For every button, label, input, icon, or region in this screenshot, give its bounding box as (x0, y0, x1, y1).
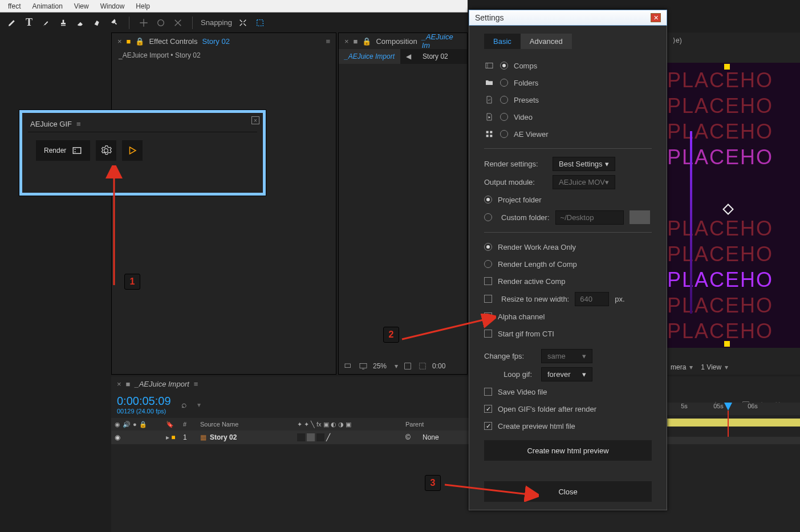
menu-animation[interactable]: Animation (26, 1, 68, 11)
save-video-label[interactable]: Save Video file (498, 388, 547, 396)
switch-cell[interactable] (307, 433, 315, 441)
snap-expand-icon[interactable] (237, 17, 249, 29)
axis-view-icon[interactable] (172, 17, 184, 29)
type-folders[interactable]: Folders (514, 79, 538, 87)
close-button[interactable]: Close (484, 481, 652, 502)
check-save-video[interactable] (484, 388, 492, 396)
lock-icon[interactable]: 🔒 (362, 37, 371, 46)
create-preview-button[interactable]: Create new html preview (484, 440, 652, 461)
play-button[interactable] (122, 140, 143, 161)
check-alpha[interactable] (484, 312, 492, 320)
radio-work-area[interactable] (484, 243, 492, 251)
render-active-label[interactable]: Render active Comp (498, 277, 566, 286)
loop-gif-select[interactable]: forever▾ (541, 367, 592, 381)
camera-label[interactable]: mera (671, 363, 686, 371)
radio-project-folder[interactable] (484, 196, 492, 204)
tab-basic[interactable]: Basic (484, 34, 521, 49)
viewer-tab[interactable]: ⟩e) (667, 33, 800, 48)
menu-view[interactable]: View (68, 1, 95, 11)
radio-presets[interactable] (500, 96, 508, 104)
handle-icon[interactable] (724, 341, 730, 347)
dialog-titlebar[interactable]: Settings ✕ (469, 10, 667, 26)
dropdown-icon[interactable]: ▾ (689, 363, 693, 371)
panel-menu-icon[interactable]: ≡ (326, 37, 330, 46)
close-tab-icon[interactable]: × (117, 37, 122, 46)
radio-video[interactable] (500, 113, 508, 121)
type-video[interactable]: Video (514, 113, 533, 121)
output-module-select[interactable]: AEJuice MOV▾ (553, 175, 615, 189)
radio-comp-length[interactable] (484, 260, 492, 268)
view-count[interactable]: 1 View (701, 363, 721, 371)
settings-button[interactable] (96, 140, 116, 161)
type-comps[interactable]: Comps (514, 62, 537, 70)
search-icon[interactable]: ⌕ (181, 400, 187, 410)
comp-tab-other[interactable]: Story 02 (417, 49, 454, 64)
render-length-label[interactable]: Render Length of Comp (498, 260, 577, 269)
type-aeviewer[interactable]: AE Viewer (514, 130, 548, 139)
eraser-tool-icon[interactable] (74, 17, 87, 29)
panel-close-icon[interactable]: × (251, 116, 259, 124)
timeline-tab[interactable]: _AEJuice Import (135, 380, 189, 388)
switch-cell[interactable] (316, 433, 324, 441)
col-parent[interactable]: Parent (402, 421, 436, 428)
close-icon[interactable]: ✕ (651, 13, 661, 22)
radio-aeviewer[interactable] (500, 130, 508, 138)
row-name[interactable]: Story 02 (210, 433, 237, 441)
eye-toggle[interactable]: ◉ (115, 433, 120, 441)
change-fps-select[interactable]: same▾ (541, 349, 592, 363)
dropdown-icon[interactable]: ▾ (725, 363, 728, 371)
close-tab-icon[interactable]: × (117, 380, 121, 388)
menu-help[interactable]: Help (130, 1, 156, 11)
check-open-folder[interactable] (484, 405, 492, 413)
check-cti[interactable] (484, 330, 492, 338)
axis-world-icon[interactable] (155, 17, 167, 29)
render-button[interactable]: Render (36, 140, 90, 161)
pen-tool-icon[interactable] (6, 17, 18, 29)
type-presets[interactable]: Presets (514, 96, 539, 104)
comp-tab-active[interactable]: _AEJuice Import (339, 49, 400, 64)
cti-label[interactable]: Start gif from CTI (498, 330, 554, 338)
dropdown-icon[interactable]: ▾ (395, 362, 398, 370)
type-tool-icon[interactable]: T (23, 17, 35, 29)
panel-menu-icon[interactable]: ≡ (194, 380, 198, 388)
twirl-icon[interactable]: ▸ (166, 433, 169, 441)
panel-item[interactable]: _AEJuice Im (422, 33, 461, 50)
lock-icon[interactable]: 🔒 (135, 37, 144, 46)
render-work-area-label[interactable]: Render Work Area Only (498, 243, 576, 251)
pickwhip-icon[interactable]: © (405, 433, 411, 441)
zoom-value[interactable]: 25% (373, 362, 387, 370)
display-icon[interactable] (358, 361, 368, 371)
menu-effect[interactable]: ffect (2, 1, 26, 11)
col-source[interactable]: Source Name (197, 421, 294, 428)
custom-folder-input[interactable]: ~/Desktop (555, 210, 624, 225)
check-resize[interactable] (484, 295, 492, 303)
playhead[interactable] (724, 403, 732, 437)
radio-folders[interactable] (500, 79, 508, 87)
stamp-tool-icon[interactable] (57, 17, 70, 29)
roto-tool-icon[interactable] (91, 17, 104, 29)
check-active-comp[interactable] (484, 277, 492, 285)
comp-tab-nav-back-icon[interactable]: ◀ (400, 49, 417, 64)
dropdown-icon[interactable]: ▾ (197, 401, 201, 409)
anchor-icon[interactable] (722, 204, 734, 215)
project-folder-label[interactable]: Project folder (498, 196, 542, 204)
resolution-icon[interactable] (403, 361, 413, 371)
panel-menu-icon[interactable]: ≡ (76, 120, 81, 128)
open-folder-label[interactable]: Open GIF's folder after render (498, 405, 596, 413)
radio-comps[interactable] (500, 62, 508, 70)
close-tab-icon[interactable]: × (344, 37, 349, 46)
col-number[interactable]: # (180, 421, 197, 428)
axis-local-icon[interactable] (137, 17, 150, 29)
panel-item[interactable]: Story 02 (202, 37, 229, 46)
switch-cell[interactable] (297, 433, 305, 441)
timecode[interactable]: 0:00:05:09 (117, 395, 171, 408)
alpha-label[interactable]: Alpha channel (498, 312, 545, 321)
time-ruler[interactable]: 5s 05s 06s (667, 403, 800, 415)
render-settings-select[interactable]: Best Settings▾ (553, 157, 615, 171)
browse-button[interactable] (630, 210, 650, 224)
create-preview-label[interactable]: Create preview html file (498, 422, 575, 431)
magnify-icon[interactable] (343, 361, 354, 371)
row-parent[interactable]: None (419, 433, 442, 441)
tab-advanced[interactable]: Advanced (521, 34, 572, 49)
handle-icon[interactable] (724, 64, 730, 70)
